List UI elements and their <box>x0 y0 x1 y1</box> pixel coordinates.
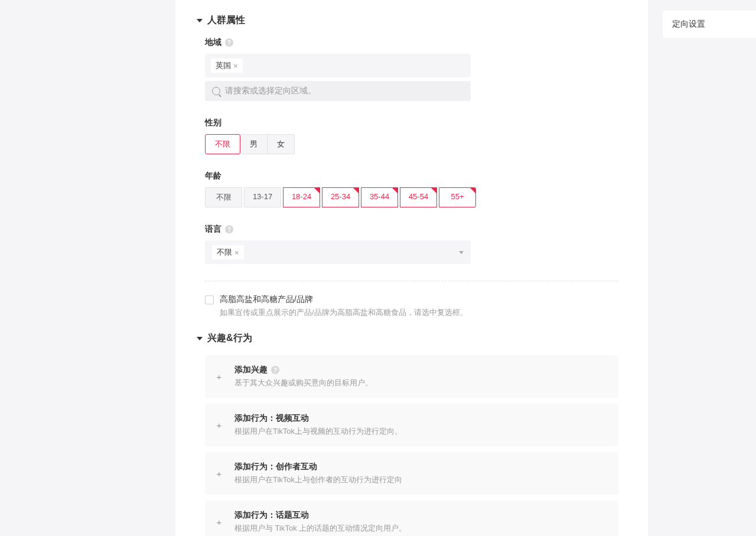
region-tag-label: 英国 <box>216 60 231 71</box>
add-creator-content: 添加行为：创作者互动 根据用户在TikTok上与创作者的互动行为进行定向 <box>234 462 402 485</box>
field-gender: 性别 不限 男 女 <box>205 118 627 154</box>
chevron-down-icon <box>459 251 464 254</box>
region-tag: 英国 × <box>211 59 243 73</box>
label-text-language: 语言 <box>205 224 221 235</box>
region-search-placeholder: 请搜索或选择定向区域。 <box>225 86 316 96</box>
add-creator-desc: 根据用户在TikTok上与创作者的互动行为进行定向 <box>234 475 402 485</box>
right-panel: 定向设置 <box>663 11 756 38</box>
age-option-45-54[interactable]: 45-54 <box>400 187 437 207</box>
plus-icon: + <box>216 517 223 527</box>
help-icon[interactable]: ? <box>225 38 233 47</box>
language-tag-label: 不限 <box>217 247 232 258</box>
help-icon[interactable]: ? <box>225 225 233 233</box>
age-option-55plus[interactable]: 55+ <box>439 187 476 207</box>
field-label-language: 语言 ? <box>205 224 627 235</box>
add-interest-content: 添加兴趣 ? 基于其大众兴趣或购买意向的目标用户。 <box>234 365 373 388</box>
targeting-settings-title: 定向设置 <box>672 19 756 30</box>
gender-option-female[interactable]: 女 <box>268 134 295 154</box>
add-interest-card[interactable]: + 添加兴趣 ? 基于其大众兴趣或购买意向的目标用户。 <box>205 355 618 398</box>
add-interest-title: 添加兴趣 <box>234 365 268 375</box>
language-tag: 不限 × <box>212 245 244 259</box>
label-text-region: 地域 <box>205 37 221 48</box>
plus-icon: + <box>216 469 223 479</box>
divider <box>205 281 618 281</box>
region-search-input[interactable]: 请搜索或选择定向区域。 <box>205 81 471 101</box>
add-interest-desc: 基于其大众兴趣或购买意向的目标用户。 <box>234 378 373 388</box>
gender-option-male[interactable]: 男 <box>240 134 268 154</box>
section-title-interest: 兴趣&行为 <box>207 332 252 345</box>
close-icon[interactable]: × <box>233 62 238 70</box>
gender-option-any[interactable]: 不限 <box>205 134 240 154</box>
hfss-content: 高脂高盐和高糖产品/品牌 如果宣传或重点展示的产品/品牌为高脂高盐和高糖食品，请… <box>220 294 468 318</box>
hfss-checkbox-row: 高脂高盐和高糖产品/品牌 如果宣传或重点展示的产品/品牌为高脂高盐和高糖食品，请… <box>205 294 627 318</box>
help-icon[interactable]: ? <box>271 366 279 374</box>
field-label-region: 地域 ? <box>205 37 627 48</box>
field-label-age: 年龄 <box>205 171 627 181</box>
add-hashtag-title: 添加行为：话题互动 <box>234 510 309 521</box>
age-option-any[interactable]: 不限 <box>205 187 242 207</box>
caret-down-icon <box>197 19 203 22</box>
add-video-behavior-card[interactable]: + 添加行为：视频互动 根据用户在TikTok上与视频的互动行为进行定向。 <box>205 404 618 446</box>
label-text-age: 年龄 <box>205 171 221 181</box>
field-language: 语言 ? 不限 × <box>205 224 627 264</box>
hfss-desc: 如果宣传或重点展示的产品/品牌为高脂高盐和高糖食品，请选中复选框。 <box>220 307 468 318</box>
add-creator-behavior-card[interactable]: + 添加行为：创作者互动 根据用户在TikTok上与创作者的互动行为进行定向 <box>205 452 618 495</box>
section-title-audience: 人群属性 <box>207 14 245 27</box>
add-hashtag-desc: 根据用户与 TikTok 上的话题的互动情况定向用户。 <box>234 523 406 534</box>
hfss-checkbox[interactable] <box>205 295 214 304</box>
field-region: 地域 ? 英国 × 请搜索或选择定向区域。 <box>205 37 627 101</box>
age-option-25-34[interactable]: 25-34 <box>322 187 359 207</box>
add-video-desc: 根据用户在TikTok上与视频的互动行为进行定向。 <box>234 426 402 437</box>
add-hashtag-content: 添加行为：话题互动 根据用户与 TikTok 上的话题的互动情况定向用户。 <box>234 510 406 534</box>
add-video-content: 添加行为：视频互动 根据用户在TikTok上与视频的互动行为进行定向。 <box>234 413 402 437</box>
language-select[interactable]: 不限 × <box>205 241 471 264</box>
close-icon[interactable]: × <box>234 249 239 256</box>
age-button-group: 不限 13-17 18-24 25-34 35-44 45-54 55+ <box>205 187 627 207</box>
region-tag-container[interactable]: 英国 × <box>205 54 471 77</box>
field-age: 年龄 不限 13-17 18-24 25-34 35-44 45-54 55+ <box>205 171 627 207</box>
caret-down-icon <box>197 337 203 340</box>
add-video-title: 添加行为：视频互动 <box>234 413 309 424</box>
plus-icon: + <box>216 420 223 430</box>
main-panel: 人群属性 地域 ? 英国 × 请搜索或选择定向区域。 性别 不限 男 女 <box>175 0 648 536</box>
age-option-13-17[interactable]: 13-17 <box>244 187 281 207</box>
hfss-title: 高脂高盐和高糖产品/品牌 <box>220 294 468 305</box>
age-option-18-24[interactable]: 18-24 <box>283 187 320 207</box>
age-option-35-44[interactable]: 35-44 <box>361 187 398 207</box>
field-label-gender: 性别 <box>205 118 627 128</box>
label-text-gender: 性别 <box>205 118 221 128</box>
plus-icon: + <box>216 372 223 382</box>
section-header-interest[interactable]: 兴趣&行为 <box>197 332 627 345</box>
add-creator-title: 添加行为：创作者互动 <box>234 462 317 472</box>
add-hashtag-behavior-card[interactable]: + 添加行为：话题互动 根据用户与 TikTok 上的话题的互动情况定向用户。 <box>205 501 618 536</box>
search-icon <box>212 87 220 95</box>
gender-button-group: 不限 男 女 <box>205 134 295 154</box>
section-header-audience[interactable]: 人群属性 <box>197 14 627 27</box>
